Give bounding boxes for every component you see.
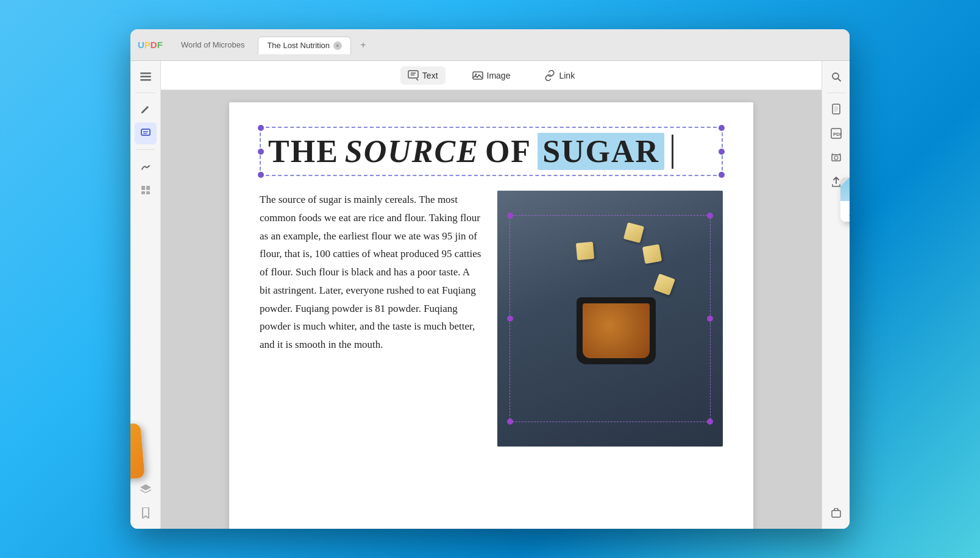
tab-world-of-microbes[interactable]: World of Microbes: [172, 37, 254, 53]
right-sidebar-divider-1: [827, 93, 845, 93]
sidebar-icon-sign[interactable]: [135, 155, 157, 177]
toolbar-text-label: Text: [422, 71, 438, 80]
app-logo: UPDF: [138, 40, 163, 50]
right-sidebar-pages[interactable]: [825, 98, 847, 120]
svg-line-17: [838, 79, 840, 81]
sidebar-icon-menu[interactable]: [135, 66, 157, 88]
heading-word-source: Source: [345, 134, 479, 169]
document-page: THE Source OF SUGAR The source of sugar …: [229, 102, 753, 529]
app-window: UPDF World of Microbes The Lost Nutritio…: [130, 29, 850, 529]
img-icon-mountain-back: [849, 195, 850, 216]
tab-add-button[interactable]: +: [356, 38, 371, 52]
svg-rect-0: [140, 72, 151, 74]
svg-line-13: [416, 79, 418, 80]
content-area: Text Image: [161, 61, 822, 529]
sidebar-icon-bookmark[interactable]: [135, 502, 157, 524]
sidebar-divider-2: [137, 149, 155, 150]
svg-point-25: [834, 156, 838, 160]
heading-word-the: THE: [268, 134, 339, 169]
right-sidebar-pdfa[interactable]: PDF: [825, 122, 847, 144]
tab-close-button[interactable]: ×: [333, 41, 342, 50]
svg-text:PDF: PDF: [833, 132, 842, 137]
svg-rect-2: [140, 79, 151, 81]
sidebar-icon-layers[interactable]: [135, 478, 157, 500]
toolbar-link-button[interactable]: Link: [537, 66, 582, 85]
img-handle-mid-right[interactable]: [707, 316, 713, 322]
svg-rect-10: [408, 71, 418, 78]
handle-bottom-left[interactable]: [258, 172, 264, 178]
svg-rect-14: [473, 72, 483, 79]
handle-top-right[interactable]: [719, 125, 725, 131]
image-selection-box[interactable]: [510, 215, 711, 422]
svg-rect-8: [141, 191, 145, 194]
toolbar-image-button[interactable]: Image: [465, 66, 518, 85]
img-icon-corner: [840, 178, 849, 186]
heading-selection-box[interactable]: THE Source OF SUGAR: [260, 127, 723, 176]
toolbar-text-button[interactable]: Text: [400, 66, 446, 85]
handle-bottom-right[interactable]: [719, 172, 725, 178]
svg-rect-3: [141, 129, 150, 135]
document-heading: THE Source OF SUGAR: [268, 133, 714, 170]
sidebar-icon-annotate[interactable]: [135, 98, 157, 120]
handle-mid-right[interactable]: [719, 149, 725, 155]
handle-top-left[interactable]: [258, 125, 264, 131]
img-handle-top-left[interactable]: [507, 213, 513, 219]
right-sidebar: PDF: [822, 61, 850, 529]
image-container[interactable]: [497, 191, 723, 447]
right-sidebar-search[interactable]: [825, 66, 847, 88]
image-icon-decoration: [840, 178, 850, 222]
body-text-paragraph: The source of sugar is mainly cereals. T…: [260, 191, 483, 447]
link-tool-icon: [544, 70, 555, 81]
document-canvas[interactable]: THE Source OF SUGAR The source of sugar …: [161, 90, 822, 529]
main-area: › Text: [130, 61, 850, 529]
right-sidebar-ocr[interactable]: [825, 147, 847, 169]
heading-word-sugar: SUGAR: [538, 133, 664, 170]
title-bar: UPDF World of Microbes The Lost Nutritio…: [130, 29, 850, 61]
svg-rect-9: [146, 191, 150, 194]
right-sidebar-share[interactable]: [825, 502, 847, 524]
body-content: The source of sugar is mainly cereals. T…: [260, 191, 723, 447]
toolbar-link-label: Link: [559, 71, 575, 80]
float-image-icon: [837, 175, 850, 224]
svg-rect-28: [832, 510, 840, 517]
text-tool-icon: [408, 70, 419, 81]
svg-rect-1: [140, 76, 151, 78]
svg-rect-6: [141, 186, 145, 190]
top-toolbar: Text Image: [161, 61, 822, 90]
tab-lost-nutrition[interactable]: The Lost Nutrition ×: [258, 37, 351, 54]
text-cursor: [672, 135, 673, 169]
svg-rect-7: [146, 186, 150, 190]
handle-mid-left[interactable]: [258, 149, 264, 155]
sidebar-icon-edit[interactable]: [135, 122, 157, 144]
sidebar-icon-organize[interactable]: [135, 179, 157, 201]
sidebar-divider-1: [137, 93, 155, 93]
image-outer: [497, 191, 723, 447]
image-tool-icon: [472, 70, 483, 81]
img-handle-mid-left[interactable]: [507, 316, 513, 322]
heading-word-of: OF: [485, 134, 531, 169]
toolbar-image-label: Image: [487, 71, 511, 80]
